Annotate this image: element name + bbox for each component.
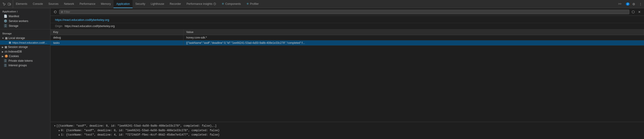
cookies-icon: 🍪 — [4, 54, 8, 58]
detail-expanded-line: ▼ [{taskName: "asdf", deadline: 0, id: "… — [54, 124, 640, 128]
row-key-debug: debug — [50, 35, 184, 40]
detail-area: ▼ [{taskName: "asdf", deadline: 0, id: "… — [50, 122, 644, 139]
sidebar-section-storage: Storage — [0, 30, 50, 36]
settings-btn[interactable]: ⚙ — [632, 2, 636, 6]
origin-row: Origin https://react.education.codifyber… — [50, 23, 644, 29]
sidebar-section-application: Application i — [0, 8, 50, 14]
table-body: debug honey:core-sdk:* tasks [{"taskName… — [50, 35, 644, 122]
storage-icon: 🗄️ — [4, 24, 7, 28]
tab-bar-right: >> 2 ⚙ ⋮ — [615, 2, 643, 6]
detail-sub-item-0: ▶ 0: {taskName: "asdf", deadline: 0, id:… — [59, 128, 640, 133]
sidebar: Application i 📄 Manifest ⚙️ Service work… — [0, 8, 50, 139]
table-row-selected[interactable]: tasks [{"taskName":"asdf","deadline":0,"… — [50, 40, 644, 46]
tab-lighthouse[interactable]: Lighthouse — [148, 0, 167, 8]
tab-performance-insights[interactable]: Performance insights — [184, 0, 219, 8]
origin-icon: ▦ — [9, 41, 11, 44]
notification-badge: 2 — [626, 2, 630, 6]
tab-console[interactable]: Console — [30, 0, 46, 8]
interest-groups-icon: 🗄️ — [4, 64, 7, 67]
inspect-icon[interactable] — [2, 2, 6, 6]
filter-icon: ⊘ — [61, 10, 63, 14]
sidebar-session-storage-group[interactable]: ▶ ▦ Session storage — [0, 45, 50, 49]
sidebar-cookies-group[interactable]: ▶ 🍪 Cookies — [0, 54, 50, 58]
indexeddb-icon: 🗃 — [4, 50, 7, 53]
tab-more[interactable]: >> — [615, 2, 624, 6]
detail-sub-text-1: 1: {taskName: "test", deadline: 4, id: "… — [61, 133, 220, 137]
tab-network[interactable]: Network — [61, 0, 77, 8]
refresh-button[interactable] — [53, 10, 58, 14]
close-button[interactable]: ✕ — [637, 10, 642, 14]
local-storage-chevron: ▼ — [2, 37, 4, 40]
tab-memory[interactable]: Memory — [98, 0, 114, 8]
expand-arrow-0[interactable]: ▶ — [59, 129, 60, 132]
expand-arrow-1[interactable]: ▶ — [59, 133, 60, 137]
toolbar: ⊘ ✕ — [50, 8, 644, 16]
app-badge: i — [17, 10, 18, 13]
detail-sub-items: ▶ 0: {taskName: "asdf", deadline: 0, id:… — [59, 128, 640, 137]
filter-input[interactable] — [64, 10, 628, 14]
tab-security[interactable]: Security — [132, 0, 148, 8]
device-icon[interactable] — [7, 2, 12, 6]
url-row: https://react.education.codifyberkeley.o… — [50, 16, 644, 23]
col-header-key: Key — [50, 29, 184, 35]
data-table: Key Value debug honey:core-sdk:* tasks [… — [50, 29, 644, 139]
row-val-debug: honey:core-sdk:* — [184, 35, 644, 40]
more-options-btn[interactable]: ⋮ — [638, 2, 643, 6]
session-storage-icon: ▦ — [4, 46, 7, 49]
sidebar-item-manifest[interactable]: 📄 Manifest — [0, 14, 50, 18]
main-layout: Application i 📄 Manifest ⚙️ Service work… — [0, 8, 644, 139]
devtools-icons — [1, 0, 13, 8]
origin-label: Origin — [55, 24, 62, 28]
clear-circle-button[interactable] — [631, 10, 636, 14]
tab-components[interactable]: ⚛ Components — [219, 0, 244, 8]
tab-recorder[interactable]: Recorder — [167, 0, 184, 8]
svg-rect-0 — [8, 3, 10, 5]
tab-sources[interactable]: Sources — [46, 0, 61, 8]
session-storage-chevron: ▶ — [2, 46, 4, 48]
react-profiler-icon: ⚛ — [246, 2, 249, 6]
content-area: ⊘ ✕ https://react.education.codifyberkel… — [50, 8, 644, 139]
sidebar-local-storage-group[interactable]: ▼ ▦ Local storage — [0, 36, 50, 40]
svg-rect-1 — [10, 4, 11, 5]
perf-insights-icon — [213, 2, 216, 5]
row-key-tasks: tasks — [50, 40, 184, 46]
sidebar-local-storage-origin[interactable]: ▦ https://react.education.codifyberkeley… — [0, 40, 50, 45]
detail-sub-text-0: 0: {taskName: "asdf", deadline: 0, id: "… — [61, 128, 220, 133]
tab-bar: Elements Console Sources Network Perform… — [0, 0, 644, 8]
sidebar-indexeddb-group[interactable]: ▶ 🗃 IndexedDB — [0, 49, 50, 54]
tab-performance[interactable]: Performance — [77, 0, 98, 8]
sidebar-item-private-state-tokens[interactable]: 🗄️ Private state tokens — [0, 58, 50, 63]
local-storage-icon: ▦ — [5, 36, 8, 40]
tab-application[interactable]: Application — [114, 0, 132, 8]
indexeddb-chevron: ▶ — [2, 50, 4, 53]
tab-elements[interactable]: Elements — [13, 0, 30, 8]
manifest-icon: 📄 — [4, 14, 7, 18]
detail-sub-item-1: ▶ 1: {taskName: "test", deadline: 4, id:… — [59, 133, 640, 137]
filter-input-wrap: ⊘ — [59, 10, 629, 14]
col-header-value: Value — [184, 29, 644, 35]
table-row[interactable]: debug honey:core-sdk:* — [50, 35, 644, 40]
tab-profiler[interactable]: ⚛ Profiler — [244, 0, 262, 8]
service-workers-icon: ⚙️ — [4, 19, 7, 23]
detail-expanded-text: [{taskName: "asdf", deadline: 0, id: "1e… — [56, 124, 217, 128]
sidebar-item-service-workers[interactable]: ⚙️ Service workers — [0, 18, 50, 24]
page-url: https://react.education.codifyberkeley.o… — [55, 18, 109, 22]
cookies-chevron: ▶ — [2, 55, 4, 58]
origin-value: https://react.education.codifyberkeley.o… — [65, 24, 115, 28]
sidebar-item-interest-groups[interactable]: 🗄️ Interest groups — [0, 63, 50, 68]
sidebar-item-storage[interactable]: 🗄️ Storage — [0, 24, 50, 28]
row-val-tasks: [{"taskName":"asdf","deadline":0,"id":"1… — [184, 40, 644, 46]
table-header: Key Value — [50, 29, 644, 35]
svg-point-3 — [632, 11, 634, 13]
expand-arrow-main[interactable]: ▼ — [54, 124, 56, 128]
react-icon: ⚛ — [222, 2, 224, 6]
private-state-icon: 🗄️ — [4, 59, 7, 62]
